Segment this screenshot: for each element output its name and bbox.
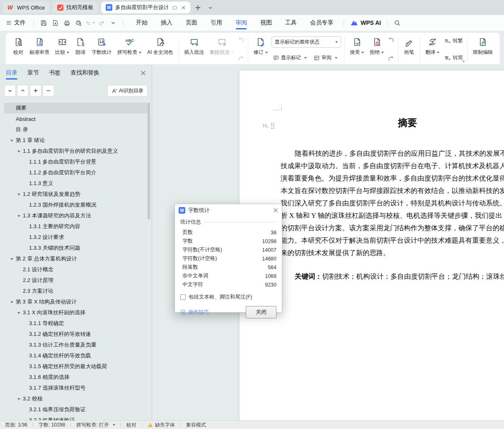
- status-item-2[interactable]: 拼写检查: 打开: [71, 422, 121, 429]
- toc-item[interactable]: 2.3 方案讨论: [4, 286, 148, 296]
- toc-item[interactable]: 3.2 校核: [4, 393, 148, 404]
- menu-tab-6[interactable]: 工具: [279, 15, 303, 31]
- tips-link[interactable]: 操作技巧: [180, 309, 209, 316]
- toc-item[interactable]: 第 3 章 X 结构及传动设计: [4, 296, 148, 307]
- new-tab-button[interactable]: [194, 3, 203, 12]
- toc-item[interactable]: 1.3.1 主要的研究内容: [4, 221, 148, 232]
- toc-item[interactable]: 第 2 章 总体方案机构设计: [4, 253, 148, 264]
- toc-item[interactable]: 3.1.4 确定丝杆的等效负载: [4, 350, 148, 361]
- track-changes-button[interactable]: 修订: [251, 35, 271, 64]
- status-item-3[interactable]: 校对: [121, 422, 142, 429]
- traditional-to-simplified-button[interactable]: 繁转简: [443, 53, 464, 62]
- toc-item[interactable]: Abstract: [4, 113, 148, 124]
- status-item-1[interactable]: 字数: 10298: [33, 422, 70, 429]
- menu-tab-5[interactable]: 视图: [254, 15, 279, 31]
- menu-tab-2[interactable]: 页面: [179, 15, 204, 31]
- file-menu-button[interactable]: 文件: [6, 19, 26, 27]
- ai-recognize-toc-button[interactable]: AI识别目录: [107, 85, 148, 96]
- toc-item[interactable]: 3.1 X 向滚珠丝杆副的选择: [4, 307, 148, 318]
- ai-polish-button[interactable]: AI 全文润色: [144, 35, 176, 64]
- expand-arrow-icon[interactable]: [17, 214, 21, 218]
- toc-item[interactable]: 1.1.2 多自由度切割平台简介: [4, 167, 148, 178]
- proofread-button[interactable]: 校对: [10, 35, 27, 64]
- insert-comment-button[interactable]: 插入批注: [181, 35, 207, 64]
- delete-comment-button[interactable]: 删除批注: [207, 35, 237, 64]
- tab-list-button[interactable]: [206, 3, 215, 12]
- export-pdf-button[interactable]: [50, 18, 60, 28]
- sidebar-tab-3[interactable]: 查找和替换: [70, 64, 99, 82]
- expand-arrow-icon[interactable]: [17, 397, 21, 401]
- menu-tab-4[interactable]: 审阅: [229, 15, 254, 31]
- float-window-icon[interactable]: [172, 5, 177, 10]
- dialog-close-icon[interactable]: [273, 208, 278, 213]
- status-item-4[interactable]: 缺失字体: [142, 422, 180, 429]
- toc-item[interactable]: 1.1.1 多自由度切割平台背景: [4, 157, 148, 167]
- sidebar-tab-0[interactable]: 目录: [6, 64, 17, 82]
- expand-arrow-icon[interactable]: [10, 139, 14, 142]
- menu-tab-0[interactable]: 开始: [129, 15, 154, 31]
- expand-down-button[interactable]: [4, 85, 16, 96]
- dialog-title-bar[interactable]: W 字数统计: [175, 204, 282, 217]
- toc-item[interactable]: 1.1 多自由度切割平台的研究目的及意义: [4, 146, 148, 157]
- standard-review-button[interactable]: 标准审查: [27, 35, 52, 64]
- collapse-up-button[interactable]: [17, 85, 29, 96]
- previous-change-button[interactable]: [388, 36, 395, 43]
- drag-handle-icon[interactable]: [271, 123, 275, 129]
- toc-item[interactable]: 3.2.2 临界转速验证: [4, 415, 148, 420]
- sidebar-tab-2[interactable]: 书签: [49, 64, 61, 82]
- sidebar-scrollbar[interactable]: [148, 103, 150, 219]
- status-item-0[interactable]: 页面: 1/36: [5, 422, 33, 429]
- toc-item[interactable]: 3.1.3 估计工作台质量及负重: [4, 340, 148, 350]
- previous-comment-button[interactable]: [237, 36, 245, 43]
- include-footnotes-option[interactable]: 包括文本框、脚注和尾注(F): [180, 294, 276, 301]
- more-quick-actions-button[interactable]: [108, 18, 118, 28]
- search-button[interactable]: [392, 18, 402, 28]
- next-change-button[interactable]: [388, 55, 395, 62]
- markup-state-dropdown[interactable]: 显示标记的最终状态: [271, 36, 341, 48]
- toc-item[interactable]: 3.1.5 确定丝杆所受的最大动载荷: [4, 361, 148, 372]
- heading-block-handle[interactable]: H₁: [263, 123, 274, 129]
- tab-wps-home[interactable]: W WPS Office: [3, 2, 49, 13]
- save-button[interactable]: [39, 18, 48, 28]
- status-item-5[interactable]: 兼容模式: [181, 422, 211, 429]
- include-footnotes-checkbox[interactable]: [180, 294, 186, 300]
- tab-document[interactable]: W 多自由度切割平台设计 说明书: [101, 2, 190, 13]
- accept-change-button[interactable]: 接受: [347, 35, 367, 64]
- toc-item[interactable]: 3.1.7 选择滚珠丝杆型号: [4, 383, 148, 393]
- expand-arrow-icon[interactable]: [10, 257, 14, 261]
- review-pane-button[interactable]: 审阅: [312, 53, 339, 62]
- wps-ai-button[interactable]: WPS AI: [348, 19, 383, 26]
- toc-item[interactable]: 第 1 章 绪论: [4, 135, 148, 146]
- toc-item[interactable]: 1.2.3 国外焊接机的发展概况: [4, 200, 148, 210]
- toc-item[interactable]: 1.1.3 意义: [4, 178, 148, 189]
- toc-item[interactable]: 1.2 研究现状及发展趋势: [4, 189, 148, 200]
- toc-item[interactable]: 2.1 设计概念: [4, 264, 148, 275]
- expand-arrow-icon[interactable]: [17, 193, 21, 196]
- close-tab-icon[interactable]: [181, 5, 186, 10]
- toc-item[interactable]: 3.1.6 精度的选择: [4, 372, 148, 383]
- expand-dialog-icon[interactable]: [461, 59, 465, 63]
- spell-check-button[interactable]: ABC拼写检查: [114, 35, 144, 64]
- print-preview-button[interactable]: [73, 18, 83, 28]
- close-button[interactable]: 关闭: [246, 306, 276, 318]
- reject-change-button[interactable]: 拒绝: [367, 35, 387, 64]
- expand-arrow-icon[interactable]: [17, 149, 21, 153]
- toc-item[interactable]: 摘要: [4, 103, 148, 113]
- redo-button[interactable]: [97, 18, 107, 28]
- toc-item[interactable]: 3.1.2 确定丝杆的等效转速: [4, 329, 148, 340]
- translate-button[interactable]: 文翻译: [422, 35, 442, 64]
- expand-all-button[interactable]: [30, 85, 41, 96]
- word-count-button[interactable]: 12字数统计: [89, 35, 114, 64]
- tab-docer[interactable]: 找稻壳模板: [53, 2, 98, 13]
- expand-arrow-icon[interactable]: [10, 300, 14, 304]
- toc-item[interactable]: 目 录: [4, 124, 148, 135]
- read-aloud-button[interactable]: 朗读: [72, 35, 89, 64]
- restrict-editing-button[interactable]: 限制编辑: [470, 35, 496, 64]
- collapse-all-button[interactable]: [43, 85, 54, 96]
- next-comment-button[interactable]: [237, 55, 245, 62]
- menu-tab-7[interactable]: 会员专享: [303, 15, 340, 31]
- show-markup-button[interactable]: 显示标记: [271, 53, 308, 62]
- toc-item[interactable]: 1.3.2 设计要求: [4, 232, 148, 243]
- sidebar-tab-1[interactable]: 章节: [27, 64, 39, 82]
- menu-tab-3[interactable]: 引用: [204, 15, 229, 31]
